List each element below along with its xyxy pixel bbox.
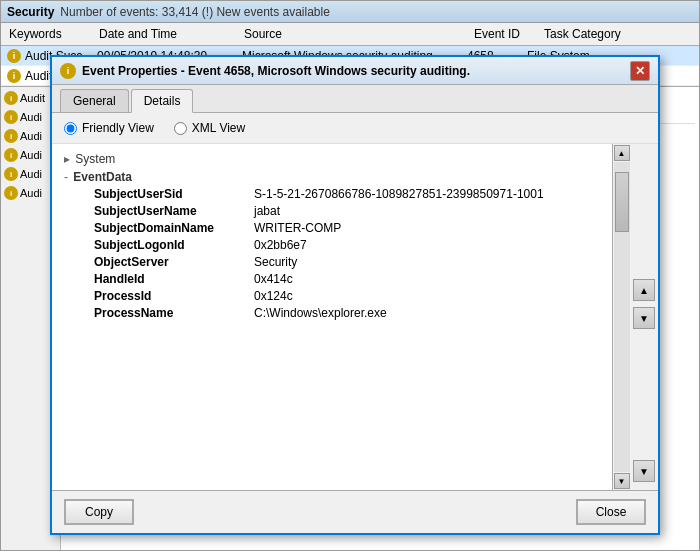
arrow-down-button[interactable]: ▼	[633, 307, 655, 329]
property-row-subjusersid: SubjectUserSid S-1-5-21-2670866786-10898…	[64, 187, 600, 201]
dialog-close-button[interactable]: ✕	[630, 61, 650, 81]
close-button[interactable]: Close	[576, 499, 646, 525]
prop-value-subjusername: jabat	[254, 204, 280, 218]
scrollbar-thumb[interactable]	[615, 172, 629, 232]
property-row-subjusername: SubjectUserName jabat	[64, 204, 600, 218]
prop-name-objectserver: ObjectServer	[94, 255, 254, 269]
property-row-subjdomainname: SubjectDomainName WRITER-COMP	[64, 221, 600, 235]
xml-view-radio[interactable]	[174, 122, 187, 135]
dialog-footer: Copy Close	[52, 490, 658, 533]
property-row-handleid: HandleId 0x414c	[64, 272, 600, 286]
property-row-objectserver: ObjectServer Security	[64, 255, 600, 269]
property-row-processname: ProcessName C:\Windows\explorer.exe	[64, 306, 600, 320]
tab-details[interactable]: Details	[131, 89, 194, 113]
prop-value-objectserver: Security	[254, 255, 297, 269]
section-toggle-icon: -	[64, 170, 68, 184]
eventdata-section-header[interactable]: - EventData	[64, 170, 600, 184]
system-section-label: System	[75, 152, 115, 166]
scrollbar-track[interactable]	[614, 162, 630, 472]
prop-value-processname: C:\Windows\explorer.exe	[254, 306, 387, 320]
property-row-subjlogonid: SubjectLogonId 0x2bb6e7	[64, 238, 600, 252]
event-properties-dialog: i Event Properties - Event 4658, Microso…	[50, 55, 660, 535]
modal-overlay: i Event Properties - Event 4658, Microso…	[0, 0, 700, 551]
dialog-title-bar: i Event Properties - Event 4658, Microso…	[52, 57, 658, 85]
prop-name-processid: ProcessId	[94, 289, 254, 303]
copy-button[interactable]: Copy	[64, 499, 134, 525]
prop-name-subjdomainname: SubjectDomainName	[94, 221, 254, 235]
xml-view-option[interactable]: XML View	[174, 121, 245, 135]
prop-value-handleid: 0x414c	[254, 272, 293, 286]
prop-name-subjlogonid: SubjectLogonId	[94, 238, 254, 252]
prop-name-processname: ProcessName	[94, 306, 254, 320]
prop-name-subjusersid: SubjectUserSid	[94, 187, 254, 201]
friendly-view-radio[interactable]	[64, 122, 77, 135]
prop-name-subjusername: SubjectUserName	[94, 204, 254, 218]
prop-value-processid: 0x124c	[254, 289, 293, 303]
friendly-view-option[interactable]: Friendly View	[64, 121, 154, 135]
dialog-tabs: General Details	[52, 85, 658, 113]
side-arrows: ▲ ▼ ▼	[630, 144, 658, 490]
dialog-title-icon: i	[60, 63, 76, 79]
dialog-title: Event Properties - Event 4658, Microsoft…	[82, 64, 470, 78]
prop-value-subjlogonid: 0x2bb6e7	[254, 238, 307, 252]
arrow-up-button[interactable]: ▲	[633, 279, 655, 301]
system-section: ▸ System	[64, 152, 600, 166]
scroll-down-button[interactable]: ▼	[614, 473, 630, 489]
property-row-processid: ProcessId 0x124c	[64, 289, 600, 303]
scroll-up-button[interactable]: ▲	[614, 145, 630, 161]
friendly-view-label: Friendly View	[82, 121, 154, 135]
details-text-area: ▸ System - EventData SubjectUserSid S-1-…	[52, 144, 612, 490]
section-toggle-icon: ▸	[64, 152, 70, 166]
system-section-header[interactable]: ▸ System	[64, 152, 600, 166]
dialog-content: ▸ System - EventData SubjectUserSid S-1-…	[52, 144, 658, 490]
prop-value-subjusersid: S-1-5-21-2670866786-1089827851-239985097…	[254, 187, 544, 201]
prop-value-subjdomainname: WRITER-COMP	[254, 221, 341, 235]
prop-name-handleid: HandleId	[94, 272, 254, 286]
xml-view-label: XML View	[192, 121, 245, 135]
tab-general[interactable]: General	[60, 89, 129, 112]
dialog-scrollbar: ▲ ▼	[612, 144, 630, 490]
eventdata-section-label: EventData	[73, 170, 132, 184]
eventdata-section: - EventData SubjectUserSid S-1-5-21-2670…	[64, 170, 600, 320]
arrow-bottom-button[interactable]: ▼	[633, 460, 655, 482]
view-options: Friendly View XML View	[52, 113, 658, 144]
